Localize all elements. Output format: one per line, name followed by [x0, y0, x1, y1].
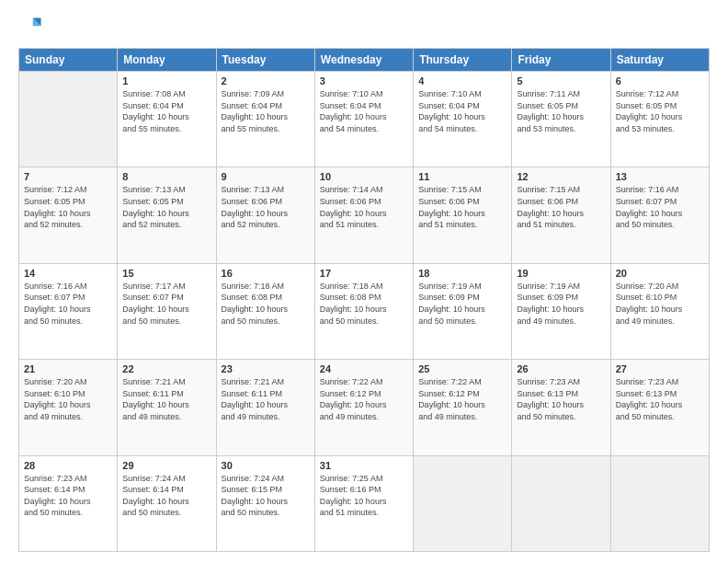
day-info: Sunrise: 7:18 AM Sunset: 6:08 PM Dayligh… — [222, 281, 310, 327]
calendar-cell: 8Sunrise: 7:13 AM Sunset: 6:05 PM Daylig… — [118, 167, 216, 263]
day-number: 7 — [24, 171, 112, 182]
day-number: 13 — [616, 171, 704, 182]
calendar-cell: 16Sunrise: 7:18 AM Sunset: 6:08 PM Dayli… — [216, 263, 314, 359]
day-number: 11 — [418, 171, 506, 182]
day-number: 10 — [320, 171, 408, 182]
calendar-header-day: Tuesday — [216, 49, 314, 72]
day-number: 20 — [616, 268, 704, 279]
day-number: 12 — [517, 171, 605, 182]
day-info: Sunrise: 7:22 AM Sunset: 6:12 PM Dayligh… — [320, 376, 408, 422]
day-info: Sunrise: 7:12 AM Sunset: 6:05 PM Dayligh… — [24, 184, 112, 230]
day-number: 3 — [320, 75, 408, 86]
day-number: 30 — [222, 460, 310, 471]
calendar-cell: 29Sunrise: 7:24 AM Sunset: 6:14 PM Dayli… — [118, 455, 216, 551]
calendar-cell: 10Sunrise: 7:14 AM Sunset: 6:06 PM Dayli… — [314, 167, 413, 263]
day-number: 19 — [517, 268, 605, 279]
day-number: 6 — [616, 75, 704, 86]
day-info: Sunrise: 7:21 AM Sunset: 6:11 PM Dayligh… — [222, 376, 310, 422]
calendar-cell: 6Sunrise: 7:12 AM Sunset: 6:05 PM Daylig… — [610, 72, 709, 167]
day-info: Sunrise: 7:12 AM Sunset: 6:05 PM Dayligh… — [616, 88, 704, 134]
day-number: 24 — [320, 363, 408, 374]
day-number: 18 — [418, 268, 506, 279]
logo-icon — [18, 15, 44, 40]
calendar-cell: 7Sunrise: 7:12 AM Sunset: 6:05 PM Daylig… — [19, 167, 118, 263]
page: SundayMondayTuesdayWednesdayThursdayFrid… — [0, 0, 728, 563]
day-info: Sunrise: 7:25 AM Sunset: 6:16 PM Dayligh… — [320, 473, 408, 519]
calendar-cell: 3Sunrise: 7:10 AM Sunset: 6:04 PM Daylig… — [314, 72, 413, 167]
day-number: 8 — [122, 171, 210, 182]
calendar-header-day: Sunday — [19, 49, 118, 72]
calendar-cell: 30Sunrise: 7:24 AM Sunset: 6:15 PM Dayli… — [216, 455, 314, 551]
day-number: 22 — [122, 363, 210, 374]
calendar-cell: 9Sunrise: 7:13 AM Sunset: 6:06 PM Daylig… — [216, 167, 314, 263]
calendar-cell: 2Sunrise: 7:09 AM Sunset: 6:04 PM Daylig… — [216, 72, 314, 167]
day-info: Sunrise: 7:20 AM Sunset: 6:10 PM Dayligh… — [24, 376, 112, 422]
day-info: Sunrise: 7:09 AM Sunset: 6:04 PM Dayligh… — [222, 88, 310, 134]
day-number: 4 — [418, 75, 506, 86]
logo — [18, 15, 48, 40]
calendar-cell: 13Sunrise: 7:16 AM Sunset: 6:07 PM Dayli… — [610, 167, 709, 263]
day-info: Sunrise: 7:21 AM Sunset: 6:11 PM Dayligh… — [122, 376, 210, 422]
day-number: 14 — [24, 268, 112, 279]
calendar-cell: 18Sunrise: 7:19 AM Sunset: 6:09 PM Dayli… — [414, 263, 512, 359]
day-info: Sunrise: 7:23 AM Sunset: 6:14 PM Dayligh… — [24, 473, 112, 519]
calendar-cell: 26Sunrise: 7:23 AM Sunset: 6:13 PM Dayli… — [512, 360, 610, 455]
day-info: Sunrise: 7:13 AM Sunset: 6:06 PM Dayligh… — [222, 184, 310, 230]
calendar-header-day: Saturday — [610, 49, 709, 72]
day-info: Sunrise: 7:11 AM Sunset: 6:05 PM Dayligh… — [517, 88, 605, 134]
calendar-cell: 21Sunrise: 7:20 AM Sunset: 6:10 PM Dayli… — [19, 360, 118, 455]
calendar-cell: 25Sunrise: 7:22 AM Sunset: 6:12 PM Dayli… — [414, 360, 512, 455]
day-number: 5 — [517, 75, 605, 86]
calendar-week-row: 1Sunrise: 7:08 AM Sunset: 6:04 PM Daylig… — [19, 72, 710, 167]
day-number: 27 — [616, 363, 704, 374]
day-info: Sunrise: 7:20 AM Sunset: 6:10 PM Dayligh… — [616, 281, 704, 327]
day-info: Sunrise: 7:22 AM Sunset: 6:12 PM Dayligh… — [418, 376, 506, 422]
day-info: Sunrise: 7:10 AM Sunset: 6:04 PM Dayligh… — [320, 88, 408, 134]
day-number: 29 — [122, 460, 210, 471]
day-info: Sunrise: 7:15 AM Sunset: 6:06 PM Dayligh… — [418, 184, 506, 230]
calendar-cell: 14Sunrise: 7:16 AM Sunset: 6:07 PM Dayli… — [19, 263, 118, 359]
day-number: 1 — [122, 75, 210, 86]
day-info: Sunrise: 7:18 AM Sunset: 6:08 PM Dayligh… — [320, 281, 408, 327]
calendar-header-day: Monday — [118, 49, 216, 72]
calendar-week-row: 7Sunrise: 7:12 AM Sunset: 6:05 PM Daylig… — [19, 167, 710, 263]
day-number: 28 — [24, 460, 112, 471]
day-info: Sunrise: 7:15 AM Sunset: 6:06 PM Dayligh… — [517, 184, 605, 230]
day-number: 31 — [320, 460, 408, 471]
calendar-cell — [512, 455, 610, 551]
calendar-cell: 24Sunrise: 7:22 AM Sunset: 6:12 PM Dayli… — [314, 360, 413, 455]
day-number: 2 — [222, 75, 310, 86]
day-info: Sunrise: 7:19 AM Sunset: 6:09 PM Dayligh… — [418, 281, 506, 327]
day-number: 25 — [418, 363, 506, 374]
calendar-week-row: 21Sunrise: 7:20 AM Sunset: 6:10 PM Dayli… — [19, 360, 710, 455]
calendar-cell — [610, 455, 709, 551]
day-info: Sunrise: 7:13 AM Sunset: 6:05 PM Dayligh… — [122, 184, 210, 230]
day-info: Sunrise: 7:08 AM Sunset: 6:04 PM Dayligh… — [122, 88, 210, 134]
day-info: Sunrise: 7:17 AM Sunset: 6:07 PM Dayligh… — [122, 281, 210, 327]
day-info: Sunrise: 7:24 AM Sunset: 6:15 PM Dayligh… — [222, 473, 310, 519]
day-number: 9 — [222, 171, 310, 182]
calendar-header-day: Wednesday — [314, 49, 413, 72]
calendar-cell: 4Sunrise: 7:10 AM Sunset: 6:04 PM Daylig… — [414, 72, 512, 167]
day-number: 21 — [24, 363, 112, 374]
day-info: Sunrise: 7:14 AM Sunset: 6:06 PM Dayligh… — [320, 184, 408, 230]
calendar-cell: 1Sunrise: 7:08 AM Sunset: 6:04 PM Daylig… — [118, 72, 216, 167]
calendar-cell: 17Sunrise: 7:18 AM Sunset: 6:08 PM Dayli… — [314, 263, 413, 359]
calendar-cell: 15Sunrise: 7:17 AM Sunset: 6:07 PM Dayli… — [118, 263, 216, 359]
day-number: 16 — [222, 268, 310, 279]
day-number: 15 — [122, 268, 210, 279]
calendar-cell: 11Sunrise: 7:15 AM Sunset: 6:06 PM Dayli… — [414, 167, 512, 263]
day-number: 17 — [320, 268, 408, 279]
calendar-cell: 31Sunrise: 7:25 AM Sunset: 6:16 PM Dayli… — [314, 455, 413, 551]
calendar-header-row: SundayMondayTuesdayWednesdayThursdayFrid… — [19, 49, 710, 72]
day-number: 26 — [517, 363, 605, 374]
calendar-cell — [19, 72, 118, 167]
day-info: Sunrise: 7:16 AM Sunset: 6:07 PM Dayligh… — [24, 281, 112, 327]
day-info: Sunrise: 7:24 AM Sunset: 6:14 PM Dayligh… — [122, 473, 210, 519]
calendar-week-row: 28Sunrise: 7:23 AM Sunset: 6:14 PM Dayli… — [19, 455, 710, 551]
calendar-cell: 20Sunrise: 7:20 AM Sunset: 6:10 PM Dayli… — [610, 263, 709, 359]
calendar-cell: 5Sunrise: 7:11 AM Sunset: 6:05 PM Daylig… — [512, 72, 610, 167]
calendar-cell: 27Sunrise: 7:23 AM Sunset: 6:13 PM Dayli… — [610, 360, 709, 455]
calendar-cell: 28Sunrise: 7:23 AM Sunset: 6:14 PM Dayli… — [19, 455, 118, 551]
calendar-cell: 19Sunrise: 7:19 AM Sunset: 6:09 PM Dayli… — [512, 263, 610, 359]
